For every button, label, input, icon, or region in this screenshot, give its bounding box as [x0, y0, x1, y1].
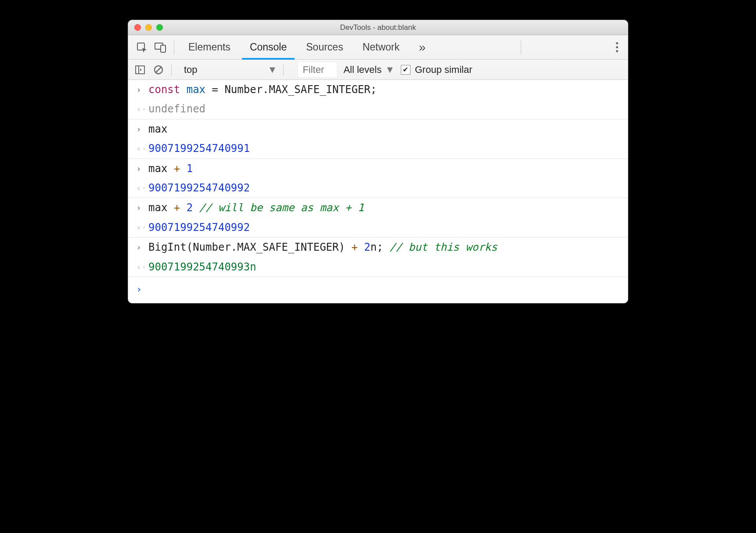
log-levels-select[interactable]: All levels ▼	[343, 64, 395, 76]
console-prompt-row[interactable]: ›	[128, 277, 628, 303]
tab-console[interactable]: Console	[240, 35, 296, 59]
code-token	[180, 202, 186, 214]
code-token: max	[148, 162, 174, 175]
separator	[171, 64, 172, 76]
code-token: 2	[187, 202, 193, 214]
code-token: +	[174, 202, 180, 214]
tab-label: Elements	[188, 41, 230, 53]
output-chevron-icon: ‹·	[136, 102, 148, 115]
more-tabs-button[interactable]: »	[409, 35, 436, 59]
console-filter-bar: top ▼ All levels ▼ ✔ Group similar	[128, 60, 628, 80]
filter-input[interactable]	[298, 62, 337, 78]
tab-network[interactable]: Network	[353, 35, 409, 59]
input-chevron-icon: ›	[136, 162, 148, 175]
tab-label: Sources	[306, 41, 343, 53]
titlebar: DevTools - about:blank	[128, 20, 628, 35]
code-token: Number.MAX_SAFE_INTEGER;	[224, 83, 377, 96]
console-input-code: max + 1	[148, 162, 623, 176]
input-chevron-icon: ›	[136, 240, 148, 253]
prompt-chevron-icon: ›	[136, 281, 148, 296]
console-input-row: ›const max = Number.MAX_SAFE_INTEGER;	[128, 80, 628, 99]
main-toolbar: Elements Console Sources Network »	[128, 35, 628, 60]
code-token: max	[148, 202, 174, 214]
devtools-window: DevTools - about:blank Elements Console …	[128, 20, 628, 303]
code-token: +	[174, 162, 180, 175]
levels-label: All levels	[343, 64, 382, 76]
close-window-button[interactable]	[134, 24, 141, 31]
console-input-code: max	[148, 122, 623, 136]
code-token: 9007199254740992	[148, 221, 250, 234]
window-title: DevTools - about:blank	[128, 23, 628, 32]
chevron-down-icon: ▼	[268, 64, 277, 76]
console-input-code: BigInt(Number.MAX_SAFE_INTEGER) + 2n; //…	[148, 240, 623, 254]
console-input-row: ›BigInt(Number.MAX_SAFE_INTEGER) + 2n; /…	[128, 238, 628, 257]
window-controls	[128, 24, 163, 31]
code-token: 9007199254740991	[148, 142, 250, 155]
output-chevron-icon: ‹·	[136, 260, 148, 273]
separator	[174, 40, 174, 54]
code-token: =	[205, 83, 224, 96]
code-token: max	[187, 83, 205, 96]
code-token: undefined	[148, 103, 205, 115]
console-input-row: ›max + 1	[128, 159, 628, 178]
zoom-window-button[interactable]	[156, 24, 163, 31]
clear-console-icon[interactable]	[151, 65, 166, 75]
console-input-code: max + 2 // will be same as max + 1	[148, 201, 623, 215]
tab-label: Network	[363, 41, 400, 53]
output-chevron-icon: ‹·	[136, 220, 148, 234]
code-token: 9007199254740992	[148, 182, 250, 194]
console-output-value: 9007199254740992	[148, 181, 623, 195]
code-token: n;	[371, 241, 389, 253]
input-chevron-icon: ›	[136, 83, 148, 96]
code-token: BigInt(Number.MAX_SAFE_INTEGER)	[148, 241, 351, 253]
console-output-row: ‹·9007199254740991	[128, 139, 628, 158]
input-chevron-icon: ›	[136, 122, 148, 135]
execution-context-select[interactable]: top ▼	[184, 64, 277, 76]
console-output-row: ‹·undefined	[128, 99, 628, 119]
tab-elements[interactable]: Elements	[179, 35, 240, 59]
chevron-right-double-icon: »	[419, 40, 426, 54]
code-token: // will be same as max + 1	[199, 202, 364, 214]
context-label: top	[184, 64, 198, 76]
input-chevron-icon: ›	[136, 201, 148, 214]
device-toolbar-icon[interactable]	[151, 39, 169, 56]
output-chevron-icon: ‹·	[136, 141, 148, 155]
settings-menu-button[interactable]	[611, 42, 623, 52]
code-token: 9007199254740993n	[148, 261, 256, 273]
code-token: 2	[364, 241, 370, 253]
code-token	[358, 241, 364, 253]
panel-tabs: Elements Console Sources Network »	[179, 35, 436, 59]
chevron-down-icon: ▼	[385, 64, 395, 76]
separator	[283, 64, 284, 76]
console-input-row: ›max	[128, 119, 628, 139]
console-output-row: ‹·9007199254740993n	[128, 257, 628, 277]
console-output: ›const max = Number.MAX_SAFE_INTEGER;‹·u…	[128, 80, 628, 303]
separator	[521, 40, 521, 54]
tab-sources[interactable]: Sources	[296, 35, 353, 59]
console-output-value: 9007199254740992	[148, 220, 623, 234]
console-output-value: 9007199254740991	[148, 141, 623, 155]
inspect-element-icon[interactable]	[133, 39, 151, 56]
console-input-row: ›max + 2 // will be same as max + 1	[128, 198, 628, 217]
code-token: 1	[187, 162, 193, 175]
code-token: max	[148, 123, 167, 135]
output-chevron-icon: ‹·	[136, 181, 148, 194]
console-output-row: ‹·9007199254740992	[128, 178, 628, 198]
console-output-value: undefined	[148, 102, 623, 116]
tab-label: Console	[250, 41, 287, 53]
toggle-console-sidebar-icon[interactable]	[133, 65, 148, 74]
code-token	[180, 162, 186, 175]
group-similar-checkbox[interactable]: ✔	[401, 65, 410, 75]
minimize-window-button[interactable]	[145, 24, 152, 31]
code-token: +	[351, 241, 357, 253]
console-input-code: const max = Number.MAX_SAFE_INTEGER;	[148, 83, 623, 97]
code-token: // but this works	[389, 241, 497, 253]
svg-rect-2	[161, 45, 166, 52]
console-output-row: ‹·9007199254740992	[128, 218, 628, 238]
console-output-value: 9007199254740993n	[148, 260, 623, 274]
group-similar-label: Group similar	[415, 64, 472, 76]
code-token: const	[148, 83, 187, 96]
code-token	[193, 202, 199, 214]
